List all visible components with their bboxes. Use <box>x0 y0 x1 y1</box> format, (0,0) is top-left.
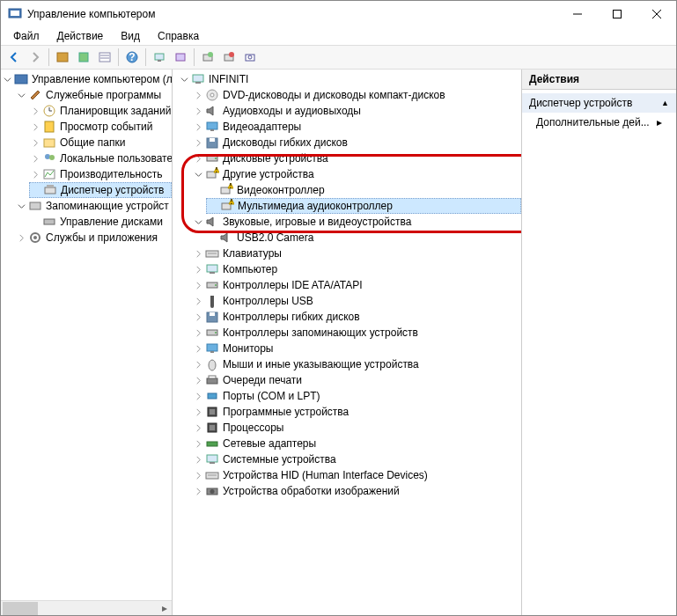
tree-label: Мыши и иные указывающие устройства <box>223 358 419 370</box>
device-icon <box>205 341 219 356</box>
device-monitor[interactable]: Мониторы <box>192 341 521 356</box>
device-mouse[interactable]: Мыши и иные указывающие устройства <box>192 356 521 372</box>
tree-storage[interactable]: Запоминающие устройст <box>15 198 172 214</box>
tree-scheduler[interactable]: Планировщик заданий <box>29 103 172 119</box>
chevron-right-icon[interactable] <box>192 422 204 434</box>
device-audio[interactable]: Аудиовходы и аудиовыходы <box>192 103 521 119</box>
chevron-right-icon[interactable] <box>192 469 204 481</box>
chevron-right-icon[interactable] <box>29 136 41 149</box>
chevron-right-icon[interactable] <box>192 406 204 418</box>
tree-disk-mgmt[interactable]: Управление дисками <box>29 214 172 230</box>
device-keyboard[interactable]: Клавиатуры <box>192 246 521 261</box>
chevron-right-icon[interactable] <box>192 263 204 275</box>
tree-users[interactable]: Локальные пользовате <box>29 150 172 166</box>
close-button[interactable] <box>637 1 676 27</box>
device-usb[interactable]: Контроллеры USB <box>192 293 521 309</box>
device-dvd[interactable]: DVD-дисководы и дисководы компакт-дисков <box>192 87 521 103</box>
menu-action[interactable]: Действие <box>50 28 111 44</box>
chevron-right-icon[interactable] <box>192 374 204 386</box>
chevron-right-icon[interactable] <box>29 121 41 133</box>
chevron-right-icon[interactable] <box>192 89 204 101</box>
device-usbcam[interactable]: USB2.0 Camera <box>206 230 521 246</box>
tree-label: Контроллеры запоминающих устройств <box>223 326 418 339</box>
driver-update-icon[interactable] <box>198 48 217 67</box>
tree-events[interactable]: Просмотр событий <box>29 119 172 135</box>
driver-scan-icon[interactable] <box>240 48 260 67</box>
driver-uninstall-icon[interactable] <box>219 48 239 67</box>
device-ports[interactable]: Порты (COM и LPT) <box>192 388 521 404</box>
back-button[interactable] <box>4 48 24 67</box>
chevron-down-icon[interactable] <box>192 168 204 180</box>
forward-button[interactable] <box>26 48 45 67</box>
scroll-right-arrow[interactable]: ▸ <box>157 602 172 615</box>
view-list-icon[interactable] <box>95 48 114 67</box>
device-cpu[interactable]: Процессоры <box>192 420 521 436</box>
chevron-right-icon[interactable] <box>192 342 204 355</box>
actions-more[interactable]: Дополнительные дей... ▸ <box>522 113 676 132</box>
chevron-right-icon[interactable] <box>192 485 204 497</box>
device-imaging[interactable]: Устройства обработки изображений <box>192 483 521 499</box>
chevron-right-icon[interactable] <box>192 358 204 370</box>
minimize-button[interactable] <box>557 1 597 27</box>
tree-device-manager[interactable]: Диспетчер устройств <box>29 182 172 198</box>
device-video[interactable]: Видеоадаптеры <box>192 119 521 135</box>
chevron-right-icon[interactable] <box>29 105 41 117</box>
mmc-snapin-icon[interactable] <box>53 48 72 67</box>
device-ide[interactable]: Контроллеры IDE ATA/ATAPI <box>192 277 521 293</box>
horizontal-scrollbar[interactable]: ▸ <box>1 600 172 615</box>
device-floppy[interactable]: Дисководы гибких дисков <box>192 135 521 150</box>
device-other[interactable]: !Другие устройства <box>192 166 521 182</box>
tree-shared[interactable]: Общие папки <box>29 135 172 150</box>
dev-computer-icon[interactable] <box>150 48 169 67</box>
scrollbar-thumb[interactable] <box>3 602 38 615</box>
device-multimedia[interactable]: !Мультимедиа аудиоконтроллер <box>206 198 521 214</box>
menu-file[interactable]: Файл <box>6 28 47 44</box>
chevron-right-icon[interactable] <box>192 390 204 402</box>
menu-help[interactable]: Справка <box>151 28 206 44</box>
chevron-right-icon[interactable] <box>192 326 204 339</box>
device-computer[interactable]: Компьютер <box>192 261 521 277</box>
chevron-right-icon[interactable] <box>192 437 204 450</box>
chevron-right-icon[interactable] <box>192 247 204 260</box>
tree-system-tools[interactable]: Служебные программы <box>15 87 172 103</box>
actions-section-title[interactable]: Диспетчер устройств ▲ <box>522 93 676 113</box>
chevron-right-icon[interactable] <box>29 152 41 165</box>
chevron-down-icon[interactable] <box>192 216 204 228</box>
device-disk[interactable]: Дисковые устройства <box>192 150 521 166</box>
tree-perf[interactable]: Производительность <box>29 166 172 182</box>
help-button[interactable]: ? <box>122 48 142 67</box>
chevron-right-icon[interactable] <box>192 136 204 149</box>
chevron-right-icon[interactable] <box>192 152 204 165</box>
properties-button[interactable] <box>74 48 93 67</box>
device-sound[interactable]: Звуковые, игровые и видеоустройства <box>192 214 521 230</box>
device-icon: ! <box>219 183 233 197</box>
tree-root-computer-mgmt[interactable]: Управление компьютером (л <box>1 71 172 87</box>
device-network[interactable]: Сетевые адаптеры <box>192 436 521 451</box>
device-storageCtrl[interactable]: Контроллеры запоминающих устройств <box>192 325 521 341</box>
menu-view[interactable]: Вид <box>114 28 147 44</box>
chevron-down-icon[interactable] <box>1 73 13 85</box>
chevron-right-icon[interactable] <box>192 105 204 117</box>
chevron-right-icon[interactable] <box>192 279 204 291</box>
chevron-down-icon[interactable] <box>178 73 190 85</box>
dev-device-icon[interactable] <box>171 48 190 67</box>
device-vcontroller[interactable]: !Видеоконтроллер <box>206 182 521 198</box>
tree-services-apps[interactable]: Службы и приложения <box>15 230 172 246</box>
device-software[interactable]: Программные устройства <box>192 404 521 420</box>
chevron-right-icon[interactable] <box>192 295 204 307</box>
chevron-right-icon[interactable] <box>192 311 204 323</box>
chevron-down-icon[interactable] <box>15 89 27 101</box>
maximize-button[interactable] <box>597 1 637 27</box>
chevron-right-icon[interactable] <box>15 231 27 244</box>
device-system[interactable]: Системные устройства <box>192 451 521 467</box>
chevron-down-icon[interactable] <box>15 200 27 212</box>
device-icon <box>205 405 219 419</box>
device-printq[interactable]: Очереди печати <box>192 372 521 388</box>
device-root[interactable]: INFINITI <box>178 71 521 87</box>
device-hid[interactable]: Устройства HID (Human Interface Devices) <box>192 467 521 483</box>
svg-rect-8 <box>99 53 110 62</box>
device-floppyCtrl[interactable]: Контроллеры гибких дисков <box>192 309 521 325</box>
chevron-right-icon[interactable] <box>192 453 204 466</box>
chevron-right-icon[interactable] <box>192 121 204 133</box>
chevron-right-icon[interactable] <box>29 168 41 180</box>
